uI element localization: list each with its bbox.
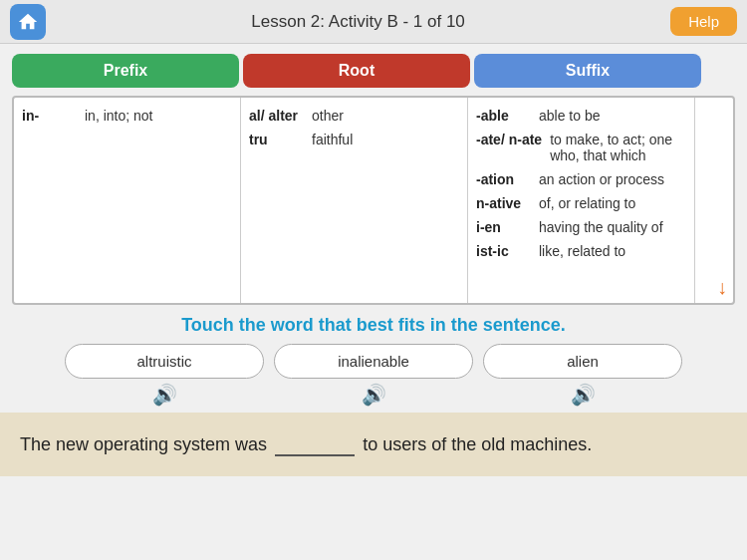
- header: Lesson 2: Activity B - 1 of 10 Help: [0, 0, 747, 44]
- help-button[interactable]: Help: [670, 7, 737, 36]
- def-cell: having the quality of: [539, 219, 686, 235]
- term-cell: -able: [476, 108, 531, 124]
- sentence-blank: [275, 433, 355, 456]
- suffix-column[interactable]: -ableable to be-ate/ n-ateto make, to ac…: [468, 98, 695, 303]
- term-cell: in-: [22, 108, 77, 124]
- sentence-after: to users of the old machines.: [363, 434, 592, 455]
- speaker-icon-1[interactable]: 🔊: [362, 383, 386, 407]
- table-row: -ationan action or process: [476, 167, 686, 191]
- def-cell: other: [312, 108, 459, 124]
- word-choice-2[interactable]: alien: [483, 344, 682, 379]
- sentence-before: The new operating system was: [20, 434, 267, 455]
- def-cell: of, or relating to: [539, 195, 686, 211]
- home-button[interactable]: [10, 4, 46, 40]
- term-cell: n-ative: [476, 195, 531, 211]
- column-headers: Prefix Root Suffix: [0, 44, 747, 96]
- term-cell: al/ alter: [249, 108, 304, 124]
- term-cell: i-en: [476, 219, 531, 235]
- sentence-area: The new operating system was to users of…: [0, 413, 747, 476]
- prefix-column: in-in, into; not: [14, 98, 241, 303]
- term-cell: tru: [249, 132, 304, 147]
- def-cell: an action or process: [539, 171, 686, 187]
- root-column: al/ alterothertrufaithful: [241, 98, 468, 303]
- term-cell: -ation: [476, 171, 531, 187]
- lesson-title: Lesson 2: Activity B - 1 of 10: [46, 12, 670, 32]
- word-choices: altruistic inalienable alien: [0, 344, 747, 379]
- suffix-header: Suffix: [474, 54, 701, 88]
- table-row: trufaithful: [249, 128, 459, 151]
- word-choice-0[interactable]: altruistic: [65, 344, 264, 379]
- def-cell: able to be: [539, 108, 686, 124]
- speaker-cell-1: 🔊: [274, 383, 473, 407]
- table-row: ist-iclike, related to: [476, 239, 686, 263]
- table-row: i-enhaving the quality of: [476, 215, 686, 239]
- word-choice-1[interactable]: inalienable: [274, 344, 473, 379]
- speaker-icon-2[interactable]: 🔊: [571, 383, 596, 407]
- term-cell: ist-ic: [476, 243, 531, 259]
- table-row: n-ativeof, or relating to: [476, 191, 686, 215]
- speaker-cell-2: 🔊: [483, 383, 682, 407]
- def-cell: in, into; not: [85, 108, 232, 124]
- table-row: al/ alterother: [249, 104, 459, 128]
- vocabulary-table: in-in, into; not al/ alterothertrufaithf…: [12, 96, 735, 305]
- root-header: Root: [243, 54, 470, 88]
- speaker-row: 🔊 🔊 🔊: [0, 383, 747, 407]
- prefix-header: Prefix: [12, 54, 239, 88]
- speaker-cell-0: 🔊: [65, 383, 264, 407]
- def-cell: faithful: [312, 132, 459, 147]
- scroll-down-icon: ↓: [717, 276, 727, 299]
- speaker-icon-0[interactable]: 🔊: [152, 383, 177, 407]
- table-row: in-in, into; not: [22, 104, 232, 128]
- instruction-text: Touch the word that best fits in the sen…: [0, 305, 747, 344]
- def-cell: like, related to: [539, 243, 686, 259]
- term-cell: -ate/ n-ate: [476, 132, 542, 163]
- def-cell: to make, to act; one who, that which: [550, 132, 686, 163]
- table-row: -ate/ n-ateto make, to act; one who, tha…: [476, 128, 686, 167]
- table-row: -ableable to be: [476, 104, 686, 128]
